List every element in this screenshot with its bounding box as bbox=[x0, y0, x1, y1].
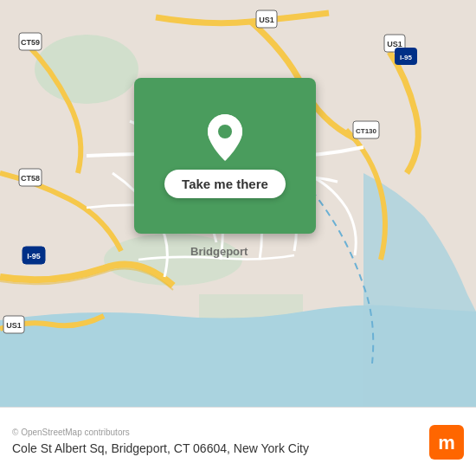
svg-text:US1: US1 bbox=[387, 40, 402, 48]
address-text: Cole St Albert Sq, Bridgeport, CT 06604,… bbox=[12, 441, 421, 456]
svg-text:CT59: CT59 bbox=[21, 38, 40, 47]
attribution-text: © OpenStreetMap contributors bbox=[12, 428, 130, 437]
footer-left: © OpenStreetMap contributors Cole St Alb… bbox=[12, 428, 421, 456]
svg-text:CT58: CT58 bbox=[21, 174, 40, 183]
svg-text:US1: US1 bbox=[6, 321, 22, 330]
moovit-logo: m bbox=[429, 425, 464, 460]
app-container: US1 US1 CT59 CT58 I-95 CT130 I-95 US1 B bbox=[0, 0, 476, 476]
footer-bar: © OpenStreetMap contributors Cole St Alb… bbox=[0, 407, 476, 476]
svg-text:I-95: I-95 bbox=[400, 54, 412, 61]
take-me-there-button[interactable]: Take me there bbox=[164, 170, 286, 198]
svg-text:US1: US1 bbox=[259, 16, 274, 24]
map-attribution: © OpenStreetMap contributors bbox=[12, 428, 421, 437]
svg-text:Bridgeport: Bridgeport bbox=[190, 245, 248, 258]
svg-point-22 bbox=[218, 125, 232, 138]
svg-text:I-95: I-95 bbox=[27, 252, 41, 261]
location-card: Take me there bbox=[134, 78, 316, 234]
location-pin-icon bbox=[205, 114, 245, 161]
svg-text:m: m bbox=[438, 432, 455, 453]
svg-text:CT130: CT130 bbox=[356, 127, 377, 135]
map-area: US1 US1 CT59 CT58 I-95 CT130 I-95 US1 B bbox=[0, 0, 476, 407]
moovit-icon: m bbox=[429, 425, 464, 460]
